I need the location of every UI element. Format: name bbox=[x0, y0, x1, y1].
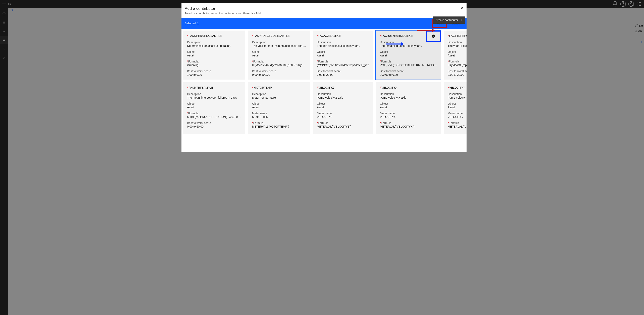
add-contributor-modal: Add a contributor To add a contributor, … bbox=[182, 3, 466, 8]
modal-title: Add a contributor bbox=[185, 6, 463, 8]
close-icon[interactable] bbox=[460, 6, 464, 8]
modal-overlay: Add a contributor To add a contributor, … bbox=[0, 0, 644, 8]
